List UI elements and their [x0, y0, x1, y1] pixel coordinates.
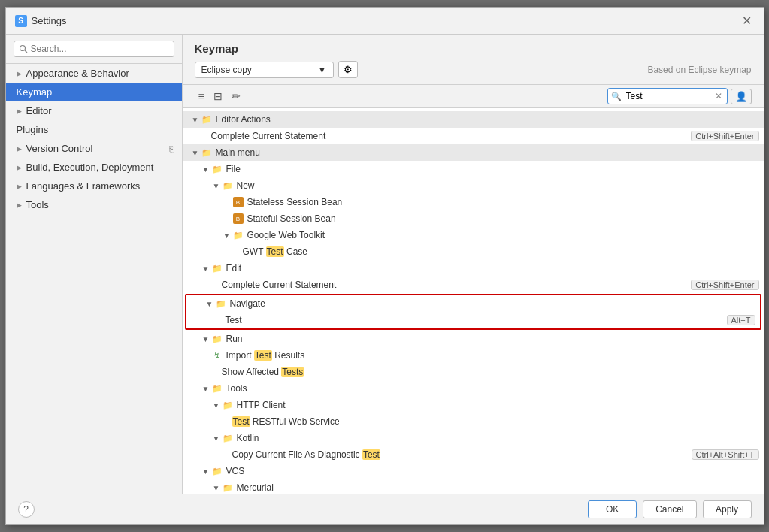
folder-new[interactable]: ▼ 📁 New — [183, 177, 764, 194]
shortcut-badge: Alt+T — [727, 315, 755, 325]
help-button[interactable]: ? — [18, 501, 35, 518]
chevron-icon: ▼ — [211, 484, 222, 492]
chevron-icon: ▼ — [201, 264, 211, 273]
folder-gwt[interactable]: ▼ 📁 Google Web Toolkit — [183, 227, 764, 243]
folder-icon: 📁 — [222, 482, 234, 494]
copy-icon: ⎘ — [169, 144, 174, 153]
footer: ? OK Cancel Apply — [6, 494, 764, 524]
window-title: Settings — [32, 15, 67, 26]
toolbar-area: ≡ ⊟ ✏ 🔍 ✕ 👤 — [183, 85, 764, 108]
expand-all-button[interactable]: ≡ — [195, 89, 208, 104]
item-stateless-session-bean[interactable]: B Stateless Session Bean — [183, 194, 764, 210]
toolbar-left: ≡ ⊟ ✏ — [195, 89, 244, 104]
keymap-tree[interactable]: ▼ 📁 Editor Actions Complete Current Stat… — [183, 108, 764, 494]
item-gwt-test-case[interactable]: GWT Test Case — [183, 243, 764, 260]
folder-mercurial[interactable]: ▼ 📁 Mercurial — [183, 479, 764, 494]
collapse-all-button[interactable]: ⊟ — [210, 89, 226, 104]
close-button[interactable]: ✕ — [739, 14, 755, 28]
sidebar-item-label: Version Control — [26, 143, 93, 154]
gear-button[interactable]: ⚙ — [338, 61, 358, 78]
folder-label: HTTP Client — [237, 400, 759, 410]
sidebar-item-editor[interactable]: ▶ Editor — [6, 101, 182, 120]
sidebar-search-box — [6, 35, 182, 64]
chevron-icon: ▼ — [190, 149, 201, 157]
shortcut-badge: Ctrl+Alt+Shift+T — [692, 449, 759, 460]
chevron-icon: ▶ — [17, 145, 22, 153]
highlight-test: Test — [254, 350, 272, 361]
item-import-test-results[interactable]: ↯ Import Test Results — [183, 347, 764, 364]
folder-run[interactable]: ▼ 📁 Run — [183, 331, 764, 347]
sidebar-item-languages[interactable]: ▶ Languages & Frameworks — [6, 177, 182, 195]
sidebar-item-tools[interactable]: ▶ Tools — [6, 195, 182, 214]
sidebar-item-build[interactable]: ▶ Build, Execution, Deployment — [6, 158, 182, 177]
item-label: Test — [226, 315, 721, 325]
folder-kotlin[interactable]: ▼ 📁 Kotlin — [183, 430, 764, 446]
folder-vcs[interactable]: ▼ 📁 VCS — [183, 463, 764, 479]
chevron-icon: ▼ — [201, 165, 211, 174]
sidebar-search-input[interactable] — [14, 41, 174, 57]
search-input-wrap: 🔍 ✕ — [607, 88, 728, 104]
folder-edit[interactable]: ▼ 📁 Edit — [183, 260, 764, 277]
item-stateful-session-bean[interactable]: B Stateful Session Bean — [183, 210, 764, 227]
dropdown-arrow-icon: ▼ — [318, 65, 327, 75]
sidebar-item-keymap[interactable]: Keymap — [6, 83, 182, 101]
search-area: 🔍 ✕ 👤 — [607, 88, 752, 104]
folder-icon: 📁 — [211, 333, 223, 345]
sidebar-item-appearance[interactable]: ▶ Appearance & Behavior — [6, 64, 182, 83]
keymap-dropdown[interactable]: Eclipse copy ▼ — [195, 62, 334, 78]
chevron-icon: ▶ — [17, 107, 22, 115]
folder-label: Edit — [226, 263, 759, 274]
chevron-icon: ▼ — [211, 434, 222, 443]
item-copy-diagnostic-test[interactable]: Copy Current File As Diagnostic Test Ctr… — [183, 446, 764, 463]
sidebar-item-label: Tools — [26, 199, 49, 210]
item-complete-current-statement-2[interactable]: Complete Current Statement Ctrl+Shift+En… — [183, 277, 764, 293]
apply-button[interactable]: Apply — [703, 500, 752, 518]
chevron-icon: ▼ — [222, 231, 232, 240]
section-label: Editor Actions — [216, 114, 759, 125]
keymap-title: Keymap — [195, 42, 752, 55]
folder-http-client[interactable]: ▼ 📁 HTTP Client — [183, 397, 764, 413]
tree-item-complete-current-statement-1[interactable]: Complete Current Statement Ctrl+Shift+En… — [183, 128, 764, 144]
chevron-icon: ▶ — [17, 201, 22, 209]
folder-label: Run — [226, 334, 759, 344]
main-panel: Keymap Eclipse copy ▼ ⚙ Based on Eclipse… — [183, 35, 764, 494]
clear-search-button[interactable]: ✕ — [713, 91, 724, 101]
chevron-icon: ▼ — [201, 467, 211, 476]
folder-label: Tools — [226, 383, 759, 394]
folder-icon: 📁 — [211, 262, 223, 274]
item-navigate-test[interactable]: Test Alt+T — [186, 312, 760, 328]
import-icon: ↯ — [211, 349, 223, 361]
item-test-restful[interactable]: Test RESTful Web Service — [183, 413, 764, 430]
ok-button[interactable]: OK — [588, 500, 637, 518]
folder-label: Navigate — [230, 298, 755, 309]
chevron-icon: ▼ — [201, 335, 211, 343]
app-icon: S — [15, 15, 27, 27]
item-label: Stateless Session Bean — [247, 197, 759, 207]
highlight-tests: Tests — [281, 367, 304, 377]
find-by-shortcut-button[interactable]: 👤 — [731, 89, 752, 104]
shortcut-badge: Ctrl+Shift+Enter — [691, 131, 758, 141]
item-show-affected-tests[interactable]: Show Affected Tests — [183, 364, 764, 380]
item-label: Import Test Results — [226, 350, 759, 361]
title-bar-left: S Settings — [15, 15, 67, 27]
section-main-menu[interactable]: ▼ 📁 Main menu — [183, 144, 764, 161]
sidebar: ▶ Appearance & Behavior Keymap ▶ Editor … — [6, 35, 183, 494]
sidebar-item-label: Keymap — [17, 86, 53, 98]
sidebar-item-version-control[interactable]: ▶ Version Control ⎘ — [6, 139, 182, 158]
sidebar-item-plugins[interactable]: Plugins — [6, 120, 182, 139]
keymap-search-input[interactable] — [623, 90, 713, 102]
folder-tools[interactable]: ▼ 📁 Tools — [183, 380, 764, 397]
sidebar-item-label: Editor — [26, 105, 52, 116]
folder-file[interactable]: ▼ 📁 File — [183, 161, 764, 177]
shortcut-badge: Ctrl+Shift+Enter — [691, 280, 758, 290]
cancel-button[interactable]: Cancel — [643, 500, 696, 518]
navigate-highlight-box: ▼ 📁 Navigate Test Alt+T — [185, 294, 761, 330]
bean-icon: B — [232, 196, 244, 208]
folder-navigate[interactable]: ▼ 📁 Navigate — [186, 295, 760, 312]
bean-icon: B — [232, 213, 244, 225]
folder-icon: 📁 — [211, 382, 223, 394]
dropdown-area: Eclipse copy ▼ ⚙ — [195, 61, 358, 78]
chevron-icon: ▼ — [190, 116, 201, 124]
section-editor-actions[interactable]: ▼ 📁 Editor Actions — [183, 111, 764, 128]
edit-shortcut-button[interactable]: ✏ — [228, 89, 244, 104]
